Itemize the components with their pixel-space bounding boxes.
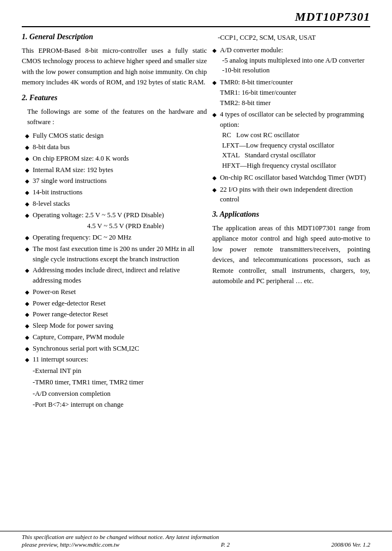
list-item-sub: ◆ 4.5 V ~ 5.5 V (PRD Enable) [22,221,207,231]
section1-body: This EPROM-Based 8-bit micro-controller … [22,46,207,88]
list-item: ◆ 11 interrupt sources: [22,354,207,365]
list-item: ◆ Power edge-detector Reset [22,298,207,309]
bullet-diamond: ◆ [212,111,217,119]
bullet-diamond: ◆ [25,345,29,353]
list-item-text: Sleep Mode for power saving [33,321,207,331]
list-item: ◆ A/D converter module: -5 analog inputs… [212,45,370,76]
list-item-text: TMR0: 8-bit timer/counter TMR1: 16-bit t… [220,77,370,108]
list-item: ◆ Capture, Compare, PWM module [22,332,207,342]
list-item: ◆ Internal RAM size: 192 bytes [22,165,207,175]
bullet-diamond: ◆ [212,186,217,194]
features-intro: The followings are some of the features … [27,107,207,128]
footer-version: 2008/06 Ver. 1.2 [332,541,371,548]
list-item-sub: ◆ -External INT pin [22,366,207,376]
list-item-text: Operating voltage: 2.5 V ~ 5.5 V (PRD Di… [33,210,207,221]
section1-title: 1. General Description [22,33,207,41]
bullet-diamond: ◆ [25,211,29,219]
bullet-diamond: ◆ [25,155,29,163]
list-item-text: -TMR0 timer, TMR1 timer, TMR2 timer [33,377,207,388]
list-item-text: 8-level stacks [33,199,207,209]
list-item-text: 14-bit instructions [33,187,207,198]
footer: This specification are subject to be cha… [0,531,392,551]
list-item: ◆ Fully CMOS static design [22,131,207,141]
list-item-text: The most fast execution time is 200 ns u… [33,244,207,265]
section3-body: The application areas of this MDT10P7301… [212,223,370,286]
list-item: ◆ Synchronous serial port with SCM,I2C [22,344,207,354]
list-item: ◆ The most fast execution time is 200 ns… [22,244,207,265]
bullet-diamond: ◆ [25,266,29,274]
section-general-description: 1. General Description This EPROM-Based … [22,33,207,88]
footer-left: please preview, http://www.mdtic.com.tw [22,541,119,548]
list-item-sub: ◆ -TMR0 timer, TMR1 timer, TMR2 timer [22,377,207,388]
right-column: -CCP1, CCP2, SCM, USAR, USAT ◆ A/D conve… [212,33,370,411]
bullet-diamond: ◆ [25,356,29,364]
list-item-text: Fully CMOS static design [33,131,207,141]
list-item: ◆ Operating frequency: DC ~ 20 MHz [22,232,207,243]
bullet-diamond: ◆ [25,177,29,185]
list-item-text: -A/D conversion completion [33,389,207,399]
bullet-diamond: ◆ [25,132,29,140]
bullet-diamond: ◆ [25,188,29,197]
footer-page-number: P. 2 [221,541,230,548]
list-item-sub: ◆ -Port B<7:4> interrupt on change [22,400,207,410]
bullet-diamond: ◆ [25,166,29,174]
list-item-text: On-chip RC oscillator based Watchdog Tim… [220,173,370,183]
bullet-diamond: ◆ [212,46,217,54]
list-item-text: 37 single word instructions [33,176,207,186]
list-item: ◆ 14-bit instructions [22,187,207,198]
list-item: ◆ TMR0: 8-bit timer/counter TMR1: 16-bit… [212,77,370,108]
list-item: ◆ 4 types of oscillator can be selected … [212,109,370,171]
list-item: ◆ 8-bit data bus [22,142,207,152]
bullet-diamond: ◆ [25,200,29,208]
list-item-text: -Port B<7:4> interrupt on change [33,400,207,410]
list-item-text: Operating frequency: DC ~ 20 MHz [33,232,207,243]
bullet-diamond: ◆ [25,299,29,308]
list-item-text: 22 I/O pins with their own independent d… [220,185,370,205]
main-content: 1. General Description This EPROM-Based … [22,33,370,411]
list-item-text: A/D converter module: -5 analog inputs m… [220,45,370,76]
list-item: ◆ Power range-detector Reset [22,309,207,320]
list-item: ◆ 22 I/O pins with their own independent… [212,185,370,205]
list-item-text: Power-on Reset [33,287,207,297]
bullet-diamond: ◆ [25,322,29,330]
list-item-text: 4.5 V ~ 5.5 V (PRD Enable) [33,221,207,231]
bullet-diamond: ◆ [25,288,29,296]
bullet-diamond: ◆ [25,143,29,151]
bullet-diamond: ◆ [25,333,29,341]
page: MDT10P7301 1. General Description This E… [0,0,392,551]
footer-bottom: please preview, http://www.mdtic.com.tw … [22,541,370,548]
bullet-diamond: ◆ [212,174,217,182]
section-applications: 3. Applications The application areas of… [212,210,370,286]
bullet-diamond: ◆ [25,310,29,319]
list-item: ◆ On chip EPROM size: 4.0 K words [22,154,207,164]
footer-disclaimer: This specification are subject to be cha… [22,534,370,540]
right-features-list: ◆ A/D converter module: -5 analog inputs… [212,45,370,205]
ccp-line: -CCP1, CCP2, SCM, USAR, USAT [212,33,370,43]
list-item: ◆ Power-on Reset [22,287,207,297]
document-title: MDT10P7301 [295,10,370,24]
section3-title: 3. Applications [212,210,370,219]
list-item: ◆ 8-level stacks [22,199,207,209]
list-item-text: Internal RAM size: 192 bytes [33,165,207,175]
list-item-text: Power edge-detector Reset [33,298,207,309]
list-item-text: On chip EPROM size: 4.0 K words [33,154,207,164]
list-item-text: 8-bit data bus [33,142,207,152]
features-list: ◆ Fully CMOS static design ◆ 8-bit data … [22,131,207,410]
list-item-text: Addressing modes include direct, indirec… [33,265,207,286]
bullet-diamond: ◆ [25,245,29,253]
section-features: 2. Features The followings are some of t… [22,94,207,411]
list-item: ◆ Addressing modes include direct, indir… [22,265,207,286]
list-item-sub: ◆ -A/D conversion completion [22,389,207,399]
bullet-diamond: ◆ [25,234,29,242]
list-item: ◆ Sleep Mode for power saving [22,321,207,331]
list-item-text: Capture, Compare, PWM module [33,332,207,342]
list-item-text: 11 interrupt sources: [33,354,207,365]
bullet-diamond: ◆ [212,78,217,87]
list-item-text: 4 types of oscillator can be selected by… [220,109,370,171]
list-item-text: Synchronous serial port with SCM,I2C [33,344,207,354]
list-item: ◆ 37 single word instructions [22,176,207,186]
list-item-text: Power range-detector Reset [33,309,207,320]
left-column: 1. General Description This EPROM-Based … [22,33,207,411]
header: MDT10P7301 [22,10,370,27]
list-item: ◆ Operating voltage: 2.5 V ~ 5.5 V (PRD … [22,210,207,221]
